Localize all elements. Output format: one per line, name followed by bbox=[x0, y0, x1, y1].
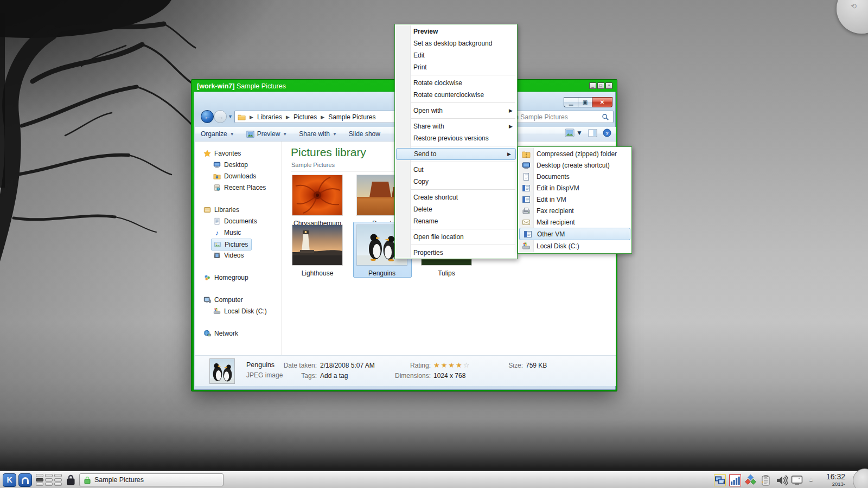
lock-icon[interactable] bbox=[66, 474, 75, 486]
sidebar-label: Favorites bbox=[214, 150, 241, 157]
menu-item-edit[interactable]: Edit bbox=[395, 49, 517, 61]
menu-item-properties[interactable]: Properties bbox=[395, 247, 517, 259]
desktop-cell[interactable] bbox=[36, 483, 43, 486]
desktop-cell-active[interactable] bbox=[36, 478, 43, 481]
taskbar-task-sample-pictures[interactable]: Sample Pictures bbox=[79, 473, 224, 486]
search-icon[interactable] bbox=[602, 113, 609, 121]
desktop-cell[interactable] bbox=[36, 474, 43, 477]
breadcrumb-libraries[interactable]: Libraries bbox=[257, 113, 282, 121]
preview-button[interactable]: Preview▼ bbox=[240, 128, 293, 140]
breadcrumb-sample-pictures[interactable]: Sample Pictures bbox=[328, 113, 375, 121]
clipboard-icon[interactable] bbox=[760, 474, 771, 486]
sidebar-item-homegroup[interactable]: Homegroup bbox=[203, 272, 248, 283]
breadcrumb-separator-icon: ▶ bbox=[250, 114, 253, 120]
desktop-cell[interactable] bbox=[45, 474, 53, 477]
sendto-item-other-vm[interactable]: Other VM bbox=[519, 228, 630, 240]
sendto-item-desktop-shortcut[interactable]: Desktop (create shortcut) bbox=[518, 160, 631, 171]
desktop-cell[interactable] bbox=[54, 478, 62, 481]
sendto-item-compressed-folder[interactable]: Compressed (zipped) folder bbox=[518, 149, 631, 160]
sidebar-item-downloads[interactable]: Downloads bbox=[213, 171, 256, 182]
green-lock-icon bbox=[84, 476, 91, 484]
display-icon[interactable] bbox=[791, 474, 803, 486]
menu-item-share-with[interactable]: Share with▶ bbox=[395, 120, 517, 132]
sendto-item-edit-in-dispvm[interactable]: Edit in DispVM bbox=[518, 183, 631, 194]
share-with-button[interactable]: Share with▼ bbox=[293, 128, 343, 140]
sendto-item-edit-in-vm[interactable]: Edit in VM bbox=[518, 194, 631, 206]
menu-item-send-to[interactable]: Send to▶ bbox=[396, 148, 516, 160]
volume-icon[interactable] bbox=[776, 474, 788, 486]
menu-item-cut[interactable]: Cut bbox=[395, 164, 517, 176]
svg-text:?: ? bbox=[605, 131, 609, 136]
sidebar-item-recent-places[interactable]: Recent Places bbox=[213, 182, 266, 193]
desktop-cell[interactable] bbox=[45, 483, 53, 486]
menu-item-rotate-clockwise[interactable]: Rotate clockwise bbox=[395, 77, 517, 89]
sendto-item-local-disk[interactable]: Local Disk (C:) bbox=[518, 240, 631, 252]
maximize-icon[interactable]: □ bbox=[597, 82, 604, 89]
minimize-icon[interactable]: _ bbox=[589, 82, 596, 89]
lighthouse-thumbnail bbox=[292, 225, 342, 265]
details-pane: Penguins JPEG image Date taken: 2/18/200… bbox=[195, 355, 616, 386]
sendto-item-mail-recipient[interactable]: Mail recipient bbox=[518, 216, 631, 228]
forward-button[interactable]: → bbox=[214, 110, 227, 123]
sidebar-item-network[interactable]: Network bbox=[203, 328, 238, 339]
menu-item-open-file-location[interactable]: Open file location bbox=[395, 231, 517, 243]
star-empty-icon[interactable]: ☆ bbox=[463, 361, 471, 369]
menu-item-create-shortcut[interactable]: Create shortcut bbox=[395, 191, 517, 203]
folder-icon bbox=[238, 113, 246, 121]
menu-item-restore-previous-versions[interactable]: Restore previous versions bbox=[395, 132, 517, 144]
slide-show-button[interactable]: Slide show bbox=[343, 128, 386, 140]
file-lighthouse[interactable]: Lighthouse bbox=[292, 225, 342, 277]
vm-window-icon bbox=[524, 230, 532, 239]
desktop-cell[interactable] bbox=[54, 474, 62, 477]
menu-item-copy[interactable]: Copy bbox=[395, 176, 517, 188]
sidebar-item-favorites[interactable]: Favorites bbox=[203, 148, 241, 159]
star-filled-icon[interactable]: ★★★★ bbox=[433, 361, 463, 369]
virtual-desktop-pager[interactable] bbox=[36, 474, 62, 486]
menu-item-set-as-desktop-background[interactable]: Set as desktop background bbox=[395, 37, 517, 49]
sidebar-item-libraries[interactable]: Libraries bbox=[203, 204, 239, 215]
close-icon[interactable]: × bbox=[605, 82, 612, 89]
sidebar-item-videos[interactable]: Videos bbox=[213, 250, 244, 261]
sidebar-item-computer[interactable]: Computer bbox=[203, 294, 243, 305]
sendto-item-fax-recipient[interactable]: Fax recipient bbox=[518, 205, 631, 216]
history-dropdown-icon[interactable]: ▼ bbox=[228, 114, 233, 119]
sendto-item-documents[interactable]: Documents bbox=[518, 171, 631, 183]
change-view-button[interactable]: ▼ bbox=[565, 129, 583, 137]
qubes-manager-icon[interactable] bbox=[744, 474, 756, 486]
network-icon bbox=[203, 330, 211, 337]
preview-pane-icon[interactable] bbox=[588, 129, 597, 137]
file-name: Lighthouse bbox=[292, 269, 342, 277]
network-signal-icon[interactable] bbox=[729, 474, 741, 486]
vm-devices-icon[interactable]: ✕ bbox=[714, 474, 726, 486]
maximize-button[interactable]: ▣ bbox=[578, 97, 592, 107]
file-chrysanthemum[interactable]: Chrysanthemum bbox=[292, 175, 342, 227]
organize-button[interactable]: Organize▼ bbox=[195, 128, 240, 140]
minimize-button[interactable]: ▁ bbox=[564, 97, 578, 107]
submenu-arrow-icon: ▶ bbox=[507, 149, 511, 159]
sidebar-item-local-disk[interactable]: Local Disk (C:) bbox=[213, 306, 267, 317]
menu-item-rename[interactable]: Rename bbox=[395, 215, 517, 227]
close-button[interactable]: ✕ bbox=[592, 97, 612, 107]
sidebar-item-music[interactable]: ♪ Music bbox=[213, 227, 241, 238]
kde-menu-button[interactable]: K bbox=[3, 473, 16, 487]
sidebar-item-desktop[interactable]: Desktop bbox=[213, 159, 248, 170]
breadcrumb-pictures[interactable]: Pictures bbox=[293, 113, 317, 121]
rating-stars[interactable]: ★★★★☆ bbox=[433, 361, 470, 369]
help-icon[interactable]: ? bbox=[603, 129, 611, 137]
tags-value[interactable]: Add a tag bbox=[320, 372, 348, 380]
menu-item-open-with[interactable]: Open with▶ bbox=[395, 105, 517, 117]
desktop-cell[interactable] bbox=[54, 483, 62, 486]
app-launcher-icon[interactable] bbox=[18, 473, 32, 487]
menu-item-preview[interactable]: Preview bbox=[395, 25, 517, 37]
sidebar-item-pictures[interactable]: Pictures bbox=[211, 239, 252, 251]
back-button[interactable]: ← bbox=[201, 110, 214, 123]
menu-item-delete[interactable]: Delete bbox=[395, 203, 517, 215]
panel-toolbox-cashew[interactable] bbox=[853, 468, 868, 488]
disk-icon bbox=[213, 307, 221, 315]
menu-item-print[interactable]: Print bbox=[395, 61, 517, 73]
tray-expander-icon[interactable]: ▲ bbox=[808, 476, 816, 483]
menu-item-rotate-counterclockwise[interactable]: Rotate counterclockwise bbox=[395, 89, 517, 101]
sidebar-item-documents[interactable]: Documents bbox=[213, 216, 257, 227]
desktop-cell[interactable] bbox=[45, 478, 53, 481]
taskbar-clock[interactable]: 16:32 2013-11-30 bbox=[826, 472, 845, 488]
